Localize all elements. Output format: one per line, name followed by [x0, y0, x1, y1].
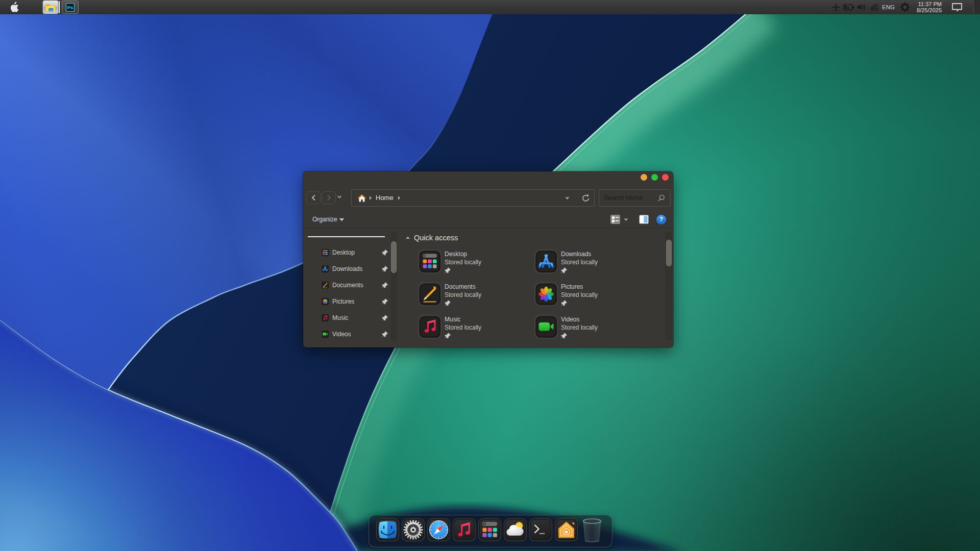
svg-text:Ps: Ps: [67, 5, 74, 10]
